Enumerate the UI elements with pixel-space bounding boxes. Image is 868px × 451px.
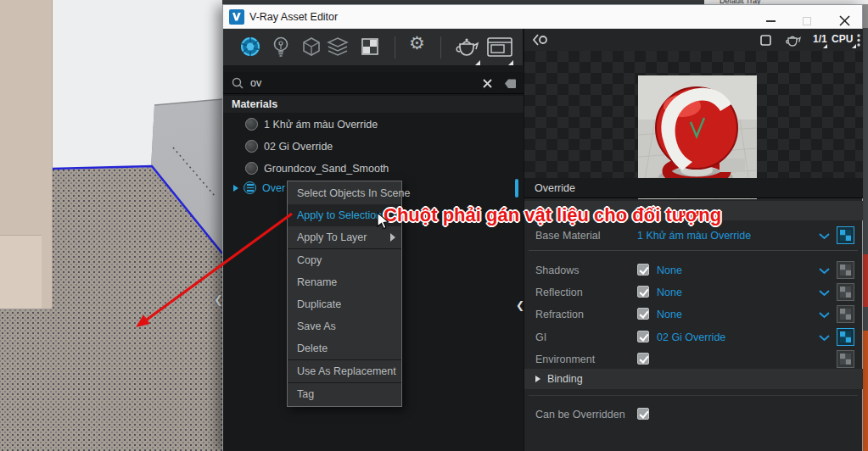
property-value[interactable]: 1 Khử ám màu Override xyxy=(637,230,751,242)
lights-icon[interactable] xyxy=(272,36,290,58)
render-teapot-icon[interactable] xyxy=(453,36,480,57)
search-bar xyxy=(223,72,524,94)
quality-dropdown-arrow[interactable] xyxy=(823,44,827,48)
materials-section-header: Materials xyxy=(223,96,524,113)
properties-header: 1/1 CPU xyxy=(524,29,863,51)
checkbox-checked[interactable] xyxy=(637,308,649,320)
property-label: Reflection xyxy=(535,287,583,298)
menu-item-label: Apply To Layer xyxy=(297,231,367,243)
materials-icon[interactable] xyxy=(239,36,261,58)
close-button[interactable] xyxy=(839,15,850,26)
property-value[interactable]: None xyxy=(657,309,682,320)
toolbar-separator xyxy=(440,36,441,58)
chevron-down-icon[interactable] xyxy=(819,268,830,275)
property-label: Base Material xyxy=(535,230,600,242)
property-value[interactable]: None xyxy=(657,264,682,276)
override-material-icon xyxy=(244,181,256,194)
vray-logo-icon xyxy=(229,9,244,25)
clear-search-icon[interactable] xyxy=(483,79,492,88)
geometry-icon[interactable] xyxy=(301,36,322,57)
vray-asset-editor-window: V-Ray Asset Editor xyxy=(222,4,863,451)
property-label: Environment xyxy=(535,354,595,365)
checkbox-checked[interactable] xyxy=(637,264,649,276)
texture-map-button[interactable] xyxy=(837,305,854,323)
checkbox-checked[interactable] xyxy=(637,331,649,342)
chevron-down-icon[interactable] xyxy=(819,312,830,319)
render-teapot-icon[interactable] xyxy=(784,34,803,47)
property-row-gi: GI 02 Gi Override xyxy=(524,326,863,349)
expand-triangle-icon xyxy=(535,376,540,382)
property-row-environment: Environment xyxy=(524,348,863,371)
menu-item-use-as-replacement[interactable]: Use As Replacement xyxy=(288,360,401,382)
quality-dropdown[interactable]: 1/1 xyxy=(813,33,827,45)
material-name: 1 Khử ám màu Override xyxy=(264,119,378,131)
textures-icon[interactable] xyxy=(361,38,378,55)
asset-toolbar: ⚙ xyxy=(223,29,524,65)
texture-map-button[interactable] xyxy=(837,226,854,244)
property-label: GI xyxy=(535,331,546,343)
menu-item-rename[interactable]: Rename xyxy=(288,271,401,293)
tray-red-swatch xyxy=(862,254,868,307)
search-icon xyxy=(232,77,244,89)
menu-item-delete[interactable]: Delete xyxy=(288,337,401,359)
menu-item-save-as[interactable]: Save As xyxy=(288,315,401,337)
property-row-refraction: Refraction None xyxy=(524,303,863,326)
checkbox-checked[interactable] xyxy=(637,286,649,298)
sketchup-viewport[interactable]: ❮ xyxy=(0,0,222,451)
property-value[interactable]: None xyxy=(657,287,682,298)
binding-label: Binding xyxy=(547,373,583,385)
menu-item-select-objects[interactable]: Select Objects In Scene xyxy=(288,182,401,204)
property-row-shadows: Shadows None xyxy=(524,259,863,282)
collapse-properties-icon[interactable] xyxy=(533,34,548,46)
checkbox-checked[interactable] xyxy=(637,353,649,365)
backspace-icon[interactable] xyxy=(501,78,517,89)
engine-dropdown-arrow[interactable] xyxy=(852,44,856,48)
property-value[interactable]: 02 Gi Override xyxy=(657,331,725,343)
material-sphere-icon xyxy=(245,162,258,175)
divider xyxy=(529,250,858,251)
property-row-reflection: Reflection None xyxy=(524,281,863,304)
chevron-down-icon[interactable] xyxy=(819,233,830,240)
toolbar-separator xyxy=(395,36,395,58)
maximize-button[interactable] xyxy=(803,17,811,25)
material-sphere-icon xyxy=(245,118,258,131)
tray-orange-swatch xyxy=(862,331,868,451)
selection-indicator-bar xyxy=(515,179,518,198)
material-name: Groundcov_Sand_Smooth xyxy=(264,163,389,175)
chevron-down-icon[interactable] xyxy=(819,290,830,297)
property-row-can-be-overridden: Can be Overridden xyxy=(524,404,863,426)
checkbox-checked[interactable] xyxy=(637,408,649,420)
annotation-text: Chuột phải gán vật liệu cho đối tượng xyxy=(384,204,721,226)
titlebar[interactable]: V-Ray Asset Editor xyxy=(223,5,862,29)
properties-panel: 1/1 CPU xyxy=(524,29,862,451)
engine-dropdown[interactable]: CPU xyxy=(832,33,853,45)
menu-item-duplicate[interactable]: Duplicate xyxy=(288,293,401,315)
material-name: 02 Gi Override xyxy=(264,141,333,153)
property-label: Shadows xyxy=(535,264,579,276)
kebab-menu-icon[interactable] xyxy=(857,34,860,47)
material-sphere-icon xyxy=(245,140,258,153)
region-render-icon[interactable] xyxy=(760,35,771,46)
material-row[interactable]: 1 Khử ám màu Override xyxy=(223,114,524,136)
texture-map-button[interactable] xyxy=(837,328,854,346)
material-row[interactable]: 02 Gi Override xyxy=(223,136,524,158)
layers-icon[interactable] xyxy=(327,37,349,57)
expand-arrow-icon[interactable] xyxy=(233,185,238,192)
submenu-arrow-icon xyxy=(390,233,395,242)
texture-map-button[interactable] xyxy=(837,283,854,301)
asset-name-header: Override xyxy=(524,178,863,198)
binding-section-header[interactable]: Binding xyxy=(524,369,863,389)
search-input[interactable] xyxy=(249,75,469,92)
property-label: Can be Overridden xyxy=(535,409,625,420)
settings-gear-icon[interactable]: ⚙ xyxy=(409,35,425,53)
background-tray-strip xyxy=(862,28,868,451)
menu-item-tag[interactable]: Tag xyxy=(288,383,401,405)
menu-item-copy[interactable]: Copy xyxy=(288,249,401,271)
texture-map-button[interactable] xyxy=(837,350,854,368)
frame-buffer-icon[interactable] xyxy=(487,37,512,57)
minimize-button[interactable] xyxy=(766,20,776,22)
material-preview-area xyxy=(524,51,863,178)
texture-map-button[interactable] xyxy=(837,261,854,279)
chevron-down-icon[interactable] xyxy=(819,335,830,342)
property-row-base-material: Base Material 1 Khử ám màu Override xyxy=(524,225,863,248)
